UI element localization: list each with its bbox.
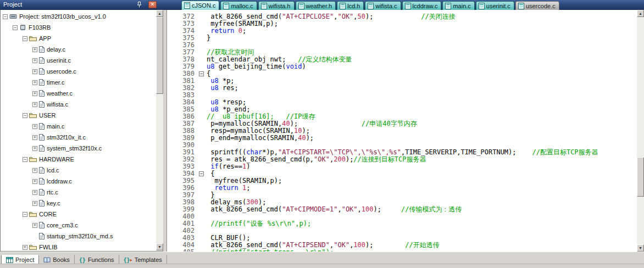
code-line-379[interactable]: 379u8 get_beijing_time(void) [167,63,637,70]
fold-column [198,163,207,170]
fold-collapse-icon[interactable]: − [199,71,204,76]
tree-scrollbar[interactable]: ▲ ▼ [156,10,163,250]
editor-tab-weather.h[interactable]: weather.h [296,1,336,10]
fold-column [198,35,207,42]
tree-scroll-thumb[interactable] [156,17,163,94]
tree-item[interactable]: +stm32f10x_it.c [1,132,156,143]
expand-icon[interactable]: + [23,245,27,250]
code-line-375[interactable]: 375} [167,35,637,42]
file-icon [39,101,45,108]
close-icon[interactable]: ✕ [148,1,157,8]
code-text: return 0; [207,27,246,35]
expand-icon[interactable]: + [32,168,37,173]
fold-column [198,49,207,56]
fold-column [198,63,207,70]
editor-tab-malloc.c[interactable]: malloc.c [220,1,257,10]
code-area: 372 atk_8266_send_cmd("AT+CIPCLOSE","OK"… [167,10,637,252]
expand-icon[interactable]: + [32,58,37,63]
expand-icon[interactable]: + [32,102,37,107]
tree-item[interactable]: +system_stm32f10x.c [1,143,156,154]
editor-tab-label: cJSON.c [192,2,215,9]
tree-item[interactable]: −APP [1,33,156,44]
tree-item[interactable]: +timer.c [1,77,156,88]
tree-item[interactable]: +wifista.c [1,99,156,110]
tree-item[interactable]: +lcddraw.c [1,176,156,187]
editor-vscroll-thumb[interactable] [637,157,644,197]
grid-icon [6,257,13,263]
scroll-up-icon[interactable]: ▲ [156,10,163,17]
code-line-382[interactable]: 382 u8 res; [167,85,637,92]
code-line-393[interactable]: 393 if(res==1) [167,163,637,170]
code-line-401[interactable]: 401 //printf("设备 %s\r\n",p); [167,220,637,227]
editor-tab-userinit.c[interactable]: userinit.c [476,1,514,10]
pin-icon[interactable] [135,1,143,8]
fold-column [198,213,207,220]
scroll-down-icon[interactable]: ▼ [156,243,163,250]
expand-icon[interactable]: + [32,69,37,74]
tree-item[interactable]: −CORE [1,209,156,220]
fold-column [198,77,207,85]
tree-item[interactable]: +usercode.c [1,66,156,77]
expand-icon[interactable]: + [32,201,37,206]
code-line-389[interactable]: 389 p_end=mymalloc(SRAMIN,40); [167,135,637,142]
editor-tab-wifista.c[interactable]: wifista.c [365,1,401,10]
editor-tab-lcddraw.c[interactable]: lcddraw.c [402,1,442,10]
editor-tab-lcd.h[interactable]: lcd.h [337,1,364,10]
tree-item[interactable]: +delay.c [1,44,156,55]
editor-tab-label: userinit.c [486,3,510,9]
code-line-374[interactable]: 374 return 0; [167,27,637,35]
tree-item[interactable]: +userinit.c [1,55,156,66]
code-editor[interactable]: 372 atk_8266_send_cmd("AT+CIPCLOSE","OK"… [166,10,637,252]
file-icon [39,46,45,53]
collapse-icon[interactable]: − [23,36,27,41]
tree-item[interactable]: +lcd.c [1,165,156,176]
editor-tab-label: malloc.c [231,3,253,9]
fold-region: − [198,70,207,77]
expand-icon[interactable]: + [32,80,37,85]
fold-column [198,85,207,92]
scroll-down-icon[interactable]: ▼ [637,244,644,252]
collapse-icon[interactable]: − [23,113,27,118]
tree-item[interactable]: +core_cm3.c [1,220,156,231]
tree-item[interactable]: +rtc.c [1,187,156,198]
expand-icon[interactable]: + [32,91,37,96]
tree-item[interactable]: −HARDWARE [1,154,156,165]
tree-item-label: userinit.c [47,57,71,64]
tree-item[interactable]: −Project: stm32f103rb_ucos_v1.0 [1,11,156,22]
tree-item-label: startup_stm32f10x_md.s [47,233,113,239]
status-bar [0,264,644,268]
collapse-icon[interactable]: − [3,14,8,19]
collapse-icon[interactable]: − [23,157,27,162]
expand-icon[interactable]: + [32,47,37,52]
tree-item[interactable]: −F103RB [1,22,156,33]
expand-icon[interactable]: + [32,124,37,129]
braces-icon: {} [79,257,86,263]
editor-vertical-scrollbar[interactable]: ▲ ▼ [637,10,644,252]
scroll-up-icon[interactable]: ▲ [637,10,644,17]
editor-tab-main.c[interactable]: main.c [442,1,474,10]
tree-item[interactable]: +FWLIB [1,242,156,250]
tree-item[interactable]: +key.c [1,198,156,209]
tree-item[interactable]: +weather.c [1,88,156,99]
editor-tab-label: usercode.c [526,3,556,9]
code-text: p_end=mymalloc(SRAMIN,40); [207,135,314,142]
expand-icon[interactable]: + [32,223,37,228]
expand-icon[interactable]: + [32,179,37,184]
collapse-icon[interactable]: − [13,25,18,30]
code-line-399[interactable]: 399 atk_8266_send_cmd("AT+CIPMODE=1","OK… [167,206,637,213]
editor-tab-wifista.h[interactable]: wifista.h [258,1,295,10]
tree-item[interactable]: −USER [1,110,156,121]
expand-icon[interactable]: + [32,146,37,151]
file-icon [39,90,45,97]
code-line-380[interactable]: 380−{ [167,70,637,77]
editor-tab-usercode.c[interactable]: usercode.c [515,1,559,10]
expand-icon[interactable]: + [32,190,37,195]
project-tree: −Project: stm32f103rb_ucos_v1.0−F103RB−A… [1,10,156,250]
expand-icon[interactable]: + [32,135,37,140]
tree-item[interactable]: +main.c [1,121,156,132]
tree-item[interactable]: startup_stm32f10x_md.s [1,231,156,242]
collapse-icon[interactable]: − [23,212,27,217]
editor-tab-cJSON.c[interactable]: cJSON.c [181,1,219,10]
code-line-396[interactable]: 396 return 1; [167,185,637,192]
fold-collapse-icon[interactable]: − [199,171,204,176]
